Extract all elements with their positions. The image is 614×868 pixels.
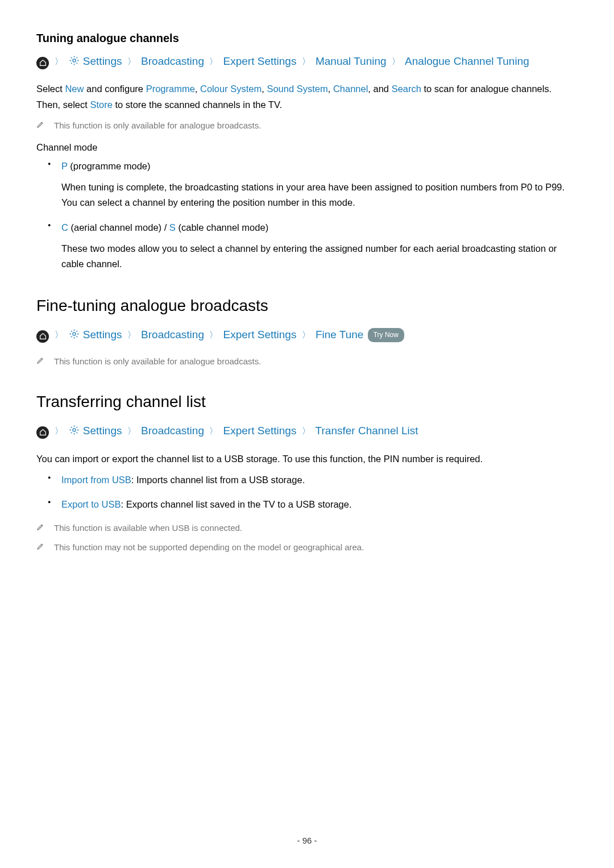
transfer-intro: You can import or export the channel lis… [36, 451, 578, 467]
text: to store the scanned channels in the TV. [113, 99, 282, 110]
chevron-right-icon: 〉 [302, 424, 310, 437]
gear-icon [69, 327, 80, 344]
chevron-right-icon: 〉 [209, 424, 218, 437]
home-icon [36, 426, 49, 439]
text: , [262, 84, 267, 94]
term-sound-system: Sound System [267, 84, 327, 94]
term-import-usb: Import from USB [61, 475, 131, 485]
crumb-expert-settings[interactable]: Expert Settings [223, 425, 297, 437]
text: , [328, 84, 333, 94]
mode-p-desc: When tuning is complete, the broadcastin… [61, 180, 578, 210]
term-colour-system: Colour System [200, 84, 262, 94]
breadcrumb-fine-tune: 〉 Settings 〉 Broadcasting 〉 Expert Setti… [36, 326, 578, 344]
pencil-icon [36, 542, 45, 553]
section-heading: Tuning analogue channels [36, 32, 578, 45]
svg-point-1 [73, 333, 76, 335]
term-new: New [65, 84, 84, 94]
text: Select [36, 84, 65, 94]
gear-icon [69, 423, 80, 440]
gear-icon [69, 54, 80, 70]
try-now-button[interactable]: Try Now [368, 328, 404, 342]
note-text: This function is only available for anal… [54, 355, 261, 368]
chevron-right-icon: 〉 [55, 55, 63, 68]
mode-cs-desc: These two modes allow you to select a ch… [61, 241, 578, 272]
term-channel: Channel [333, 84, 368, 94]
crumb-broadcasting[interactable]: Broadcasting [141, 329, 204, 340]
crumb-expert-settings[interactable]: Expert Settings [223, 55, 297, 67]
chevron-right-icon: 〉 [392, 55, 400, 68]
chevron-right-icon: 〉 [55, 328, 63, 341]
crumb-fine-tune[interactable]: Fine Tune [316, 329, 364, 340]
note-analogue-only: This function is only available for anal… [36, 119, 578, 132]
export-desc: : Exports channel list saved in the TV t… [121, 499, 352, 509]
mode-c-label-a: (aerial channel mode) / [68, 222, 169, 232]
analogue-paragraph: Select New and configure Programme, Colo… [36, 81, 578, 113]
section-transfer-channel-list: Transferring channel list 〉 Settings 〉 B… [36, 393, 578, 554]
import-desc: : Imports channel list from a USB storag… [131, 475, 305, 485]
term-search: Search [392, 84, 421, 94]
mode-c: C [61, 222, 68, 232]
channel-mode-heading: Channel mode [36, 142, 578, 153]
channel-mode-list: P (programme mode) When tuning is comple… [36, 159, 578, 272]
text: and configure [84, 84, 146, 94]
chevron-right-icon: 〉 [127, 328, 136, 341]
crumb-analogue-channel-tuning[interactable]: Analogue Channel Tuning [405, 55, 529, 67]
pencil-icon [36, 522, 45, 533]
note-model-area: This function may not be supported depen… [36, 541, 578, 554]
transfer-list: Import from USB: Imports channel list fr… [36, 472, 578, 512]
breadcrumb-transfer-channel-list: 〉 Settings 〉 Broadcasting 〉 Expert Setti… [36, 422, 578, 440]
list-item: Import from USB: Imports channel list fr… [61, 472, 578, 488]
mode-p: P [61, 161, 68, 171]
list-item: P (programme mode) When tuning is comple… [61, 159, 578, 211]
crumb-transfer-channel-list[interactable]: Transfer Channel List [316, 425, 418, 437]
page-number: - 96 - [0, 836, 614, 845]
section-heading: Fine-tuning analogue broadcasts [36, 297, 578, 315]
chevron-right-icon: 〉 [127, 424, 136, 437]
pencil-icon [36, 120, 45, 131]
crumb-settings[interactable]: Settings [83, 55, 122, 67]
list-item: C (aerial channel mode) / S (cable chann… [61, 220, 578, 272]
text: , [195, 84, 200, 94]
chevron-right-icon: 〉 [127, 55, 136, 68]
term-export-usb: Export to USB [61, 499, 121, 509]
svg-point-2 [73, 429, 76, 431]
breadcrumb-analogue-tuning: 〉 Settings 〉 Broadcasting 〉 Expert Setti… [36, 53, 578, 70]
section-heading: Transferring channel list [36, 393, 578, 411]
note-text: This function may not be supported depen… [54, 541, 364, 554]
crumb-settings[interactable]: Settings [83, 329, 122, 340]
chevron-right-icon: 〉 [209, 55, 218, 68]
crumb-broadcasting[interactable]: Broadcasting [141, 55, 204, 67]
pencil-icon [36, 356, 45, 367]
chevron-right-icon: 〉 [302, 55, 310, 68]
list-item: Export to USB: Exports channel list save… [61, 497, 578, 512]
term-store: Store [90, 99, 112, 110]
text: , and [368, 84, 391, 94]
note-analogue-only: This function is only available for anal… [36, 355, 578, 368]
note-usb-connected: This function is available when USB is c… [36, 521, 578, 535]
crumb-expert-settings[interactable]: Expert Settings [223, 329, 297, 340]
term-programme: Programme [146, 84, 195, 94]
section-tuning-analogue: Tuning analogue channels 〉 Settings 〉 Br… [36, 32, 578, 272]
crumb-broadcasting[interactable]: Broadcasting [141, 425, 204, 437]
mode-s: S [169, 222, 176, 232]
mode-s-label-b: (cable channel mode) [176, 222, 268, 232]
svg-point-0 [73, 59, 76, 62]
chevron-right-icon: 〉 [55, 424, 63, 437]
chevron-right-icon: 〉 [302, 328, 310, 341]
note-text: This function is only available for anal… [54, 119, 261, 132]
home-icon [36, 330, 49, 343]
home-icon [36, 57, 49, 69]
mode-p-label: (programme mode) [68, 161, 151, 171]
crumb-settings[interactable]: Settings [83, 425, 122, 437]
chevron-right-icon: 〉 [209, 328, 218, 341]
crumb-manual-tuning[interactable]: Manual Tuning [316, 55, 387, 67]
note-text: This function is available when USB is c… [54, 521, 242, 535]
section-fine-tuning: Fine-tuning analogue broadcasts 〉 Settin… [36, 297, 578, 368]
